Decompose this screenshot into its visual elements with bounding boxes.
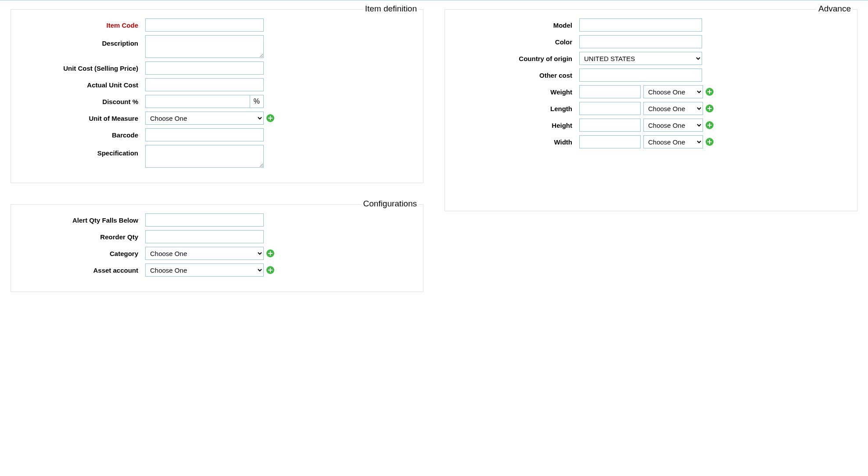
unit-of-measure-select[interactable]: Choose One — [145, 112, 264, 125]
plus-icon — [707, 123, 712, 127]
height-input[interactable] — [579, 119, 641, 132]
add-asset-account-button[interactable] — [266, 266, 274, 274]
right-column: Advance Model Color Country of origin — [445, 9, 857, 232]
asset-account-label: Asset account — [22, 267, 145, 274]
specification-label: Specification — [22, 145, 145, 157]
actual-unit-cost-label: Actual Unit Cost — [22, 81, 145, 89]
advance-legend: Advance — [817, 4, 853, 14]
model-input[interactable] — [579, 18, 702, 32]
plus-icon — [268, 116, 273, 120]
weight-input[interactable] — [579, 85, 641, 98]
description-textarea[interactable] — [145, 35, 264, 58]
item-code-label: Item Code — [22, 22, 145, 29]
actual-unit-cost-input[interactable] — [145, 78, 264, 91]
add-height-unit-button[interactable] — [706, 121, 714, 129]
discount-pct-input[interactable] — [146, 95, 250, 108]
plus-icon — [707, 106, 712, 111]
left-column: Item definition Item Code Description Un… — [11, 9, 423, 313]
discount-pct-group: % — [145, 95, 264, 108]
country-of-origin-select[interactable]: UNITED STATES — [579, 52, 702, 65]
page-root: Item definition Item Code Description Un… — [0, 0, 868, 322]
weight-unit-select[interactable]: Choose One — [643, 85, 703, 98]
unit-of-measure-label: Unit of Measure — [22, 115, 145, 122]
length-label: Length — [456, 105, 579, 112]
color-label: Color — [456, 38, 579, 46]
plus-icon — [268, 251, 273, 256]
add-unit-of-measure-button[interactable] — [266, 114, 274, 122]
alert-qty-input[interactable] — [145, 213, 264, 227]
two-column-layout: Item definition Item Code Description Un… — [11, 9, 857, 313]
unit-cost-selling-input[interactable] — [145, 61, 264, 75]
asset-account-select[interactable]: Choose One — [145, 263, 264, 277]
category-label: Category — [22, 250, 145, 257]
other-cost-label: Other cost — [456, 72, 579, 79]
add-width-unit-button[interactable] — [706, 138, 714, 146]
plus-icon — [707, 90, 712, 94]
plus-icon — [707, 140, 712, 144]
height-label: Height — [456, 122, 579, 129]
category-select[interactable]: Choose One — [145, 247, 264, 260]
barcode-input[interactable] — [145, 128, 264, 141]
model-label: Model — [456, 22, 579, 29]
reorder-qty-input[interactable] — [145, 230, 264, 243]
discount-pct-suffix: % — [250, 95, 263, 108]
add-category-button[interactable] — [266, 249, 274, 257]
plus-icon — [268, 268, 273, 272]
add-length-unit-button[interactable] — [706, 105, 714, 112]
weight-label: Weight — [456, 88, 579, 96]
other-cost-input[interactable] — [579, 69, 702, 82]
color-input[interactable] — [579, 35, 702, 48]
advance-panel: Advance Model Color Country of origin — [445, 9, 857, 211]
width-input[interactable] — [579, 135, 641, 148]
width-label: Width — [456, 138, 579, 146]
configurations-panel: Configurations Alert Qty Falls Below Reo… — [11, 204, 423, 292]
height-unit-select[interactable]: Choose One — [643, 119, 703, 132]
country-of-origin-label: Country of origin — [456, 55, 579, 62]
item-definition-legend: Item definition — [363, 4, 419, 14]
specification-textarea[interactable] — [145, 145, 264, 168]
description-label: Description — [22, 35, 145, 47]
discount-pct-label: Discount % — [22, 98, 145, 105]
configurations-legend: Configurations — [361, 199, 419, 209]
length-input[interactable] — [579, 102, 641, 115]
add-weight-unit-button[interactable] — [706, 88, 714, 96]
item-definition-panel: Item definition Item Code Description Un… — [11, 9, 423, 183]
item-code-input[interactable] — [145, 18, 264, 32]
barcode-label: Barcode — [22, 131, 145, 139]
unit-cost-selling-label: Unit Cost (Selling Price) — [22, 65, 145, 72]
width-unit-select[interactable]: Choose One — [643, 135, 703, 148]
length-unit-select[interactable]: Choose One — [643, 102, 703, 115]
reorder-qty-label: Reorder Qty — [22, 233, 145, 241]
alert-qty-label: Alert Qty Falls Below — [22, 216, 145, 224]
